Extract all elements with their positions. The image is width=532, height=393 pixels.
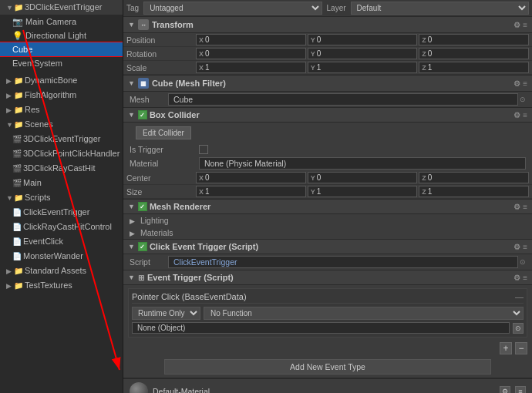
- is-trigger-row: Is Trigger: [123, 143, 532, 156]
- box-collider-menu[interactable]: ≡: [523, 111, 527, 119]
- lighting-section[interactable]: ▶ Lighting: [123, 214, 532, 227]
- position-x-field[interactable]: X0: [196, 34, 306, 45]
- tree-item-fishalgorithm[interactable]: ▶📁FishAlgorithm: [0, 88, 123, 102]
- position-y-field[interactable]: Y0: [308, 34, 418, 45]
- remove-event-row-btn[interactable]: −: [515, 342, 527, 354]
- click-trigger-script-value[interactable]: ClickEventTrigger: [168, 256, 518, 268]
- mesh-value[interactable]: Cube: [168, 93, 518, 106]
- tree-item-scene-3dclick[interactable]: 🎬3DClickEventTrigger: [0, 132, 123, 146]
- center-row: Center X0 Y0 Z0: [123, 171, 532, 185]
- tree-item-eventsystem[interactable]: EventSystem: [0, 56, 123, 70]
- event-object-box[interactable]: None (Object): [132, 322, 510, 334]
- center-x[interactable]: X0: [196, 172, 306, 183]
- tree-item-testtextures[interactable]: ▶📁TestTextures: [0, 278, 123, 293]
- tree-item-scene-point[interactable]: 🎬3DClickPointClickHandler: [0, 146, 123, 161]
- center-y[interactable]: Y0: [308, 172, 418, 183]
- center-z[interactable]: Z0: [419, 172, 529, 183]
- event-trigger-gear[interactable]: ⚙: [513, 274, 520, 282]
- is-trigger-checkbox[interactable]: [199, 145, 208, 154]
- click-event-trigger-title: Click Event Trigger (Script): [150, 242, 258, 251]
- mesh-renderer-title: Mesh Renderer: [150, 202, 210, 211]
- position-label: Position: [126, 35, 196, 45]
- size-x[interactable]: X1: [196, 186, 306, 197]
- box-collider-gear[interactable]: ⚙: [513, 111, 520, 119]
- tree-item-directionallight[interactable]: 💡 Directional Light: [0, 29, 123, 42]
- material-name: Default-Material: [153, 387, 495, 393]
- runtime-only-select[interactable]: Runtime Only: [132, 307, 200, 320]
- mesh-renderer-header: ▼ ✓ Mesh Renderer ⚙ ≡: [123, 200, 532, 214]
- rotation-x-field[interactable]: X0: [196, 48, 306, 59]
- script-select-icon[interactable]: ⊙: [520, 258, 526, 266]
- tree-item-maincamera[interactable]: 📷 Main Camera: [0, 15, 123, 29]
- no-function-select[interactable]: No Function: [204, 307, 524, 320]
- click-trigger-enabled[interactable]: ✓: [138, 242, 147, 251]
- material-menu[interactable]: ≡: [515, 386, 526, 393]
- hierarchy-panel: ▼📁3DClickEventTrigger 📷 Main Camera 💡 Di…: [0, 0, 123, 393]
- tree-item-standardassets[interactable]: ▶📁Standard Assets: [0, 264, 123, 278]
- center-label: Center: [126, 173, 196, 183]
- material-sphere-preview: [130, 382, 148, 393]
- mesh-filter-icon: ▦: [138, 78, 149, 89]
- click-trigger-menu[interactable]: ≡: [523, 243, 527, 251]
- pointer-click-remove[interactable]: —: [515, 292, 524, 301]
- click-event-trigger-component: ▼ ✓ Click Event Trigger (Script) ⚙ ≡ Scr…: [123, 240, 532, 270]
- is-trigger-label: Is Trigger: [130, 145, 199, 154]
- material-gear[interactable]: ⚙: [500, 386, 510, 393]
- mesh-select-icon[interactable]: ⊙: [520, 96, 526, 103]
- layer-label: Layer: [327, 4, 346, 12]
- edit-collider-row: Edit Collider: [123, 123, 532, 143]
- click-trigger-script-row: Script ClickEventTrigger ⊙: [123, 254, 532, 270]
- event-object-select-btn[interactable]: ⊙: [513, 323, 524, 334]
- transform-title: Transform: [152, 20, 194, 29]
- scale-x-field[interactable]: X1: [196, 62, 306, 73]
- mesh-renderer-menu[interactable]: ≡: [523, 203, 527, 211]
- tree-item-scenes[interactable]: ▼📁Scenes: [0, 117, 123, 132]
- tree-item-script-monsterwander[interactable]: 📄MonsterWander: [0, 249, 123, 264]
- collider-material-row: Material None (Physic Material): [123, 156, 532, 171]
- tree-item-scene-raycast[interactable]: 🎬3DClickRayCastHit: [0, 161, 123, 176]
- size-y[interactable]: Y1: [308, 186, 418, 197]
- event-trigger-symbol: ⊞: [138, 274, 144, 282]
- tag-label: Tag: [126, 4, 139, 12]
- tag-select[interactable]: Untagged: [143, 2, 322, 15]
- mesh-filter-component: ▼ ▦ Cube (Mesh Filter) ⚙ ≡ Mesh Cube ⊙: [123, 76, 532, 108]
- tree-item-res[interactable]: ▶📁Res: [0, 102, 123, 117]
- tree-item-dynamicbone[interactable]: ▶📁DynamicBone: [0, 73, 123, 88]
- tree-item-script-raycast[interactable]: 📄ClickRayCastHitControl: [0, 220, 123, 234]
- mesh-renderer-enabled[interactable]: ✓: [138, 202, 147, 211]
- mesh-filter-gear[interactable]: ⚙: [513, 79, 520, 88]
- scale-z-field[interactable]: Z1: [419, 62, 529, 73]
- transform-gear[interactable]: ⚙: [513, 21, 520, 29]
- materials-section[interactable]: ▶ Materials: [123, 227, 532, 239]
- rotation-y-field[interactable]: Y0: [308, 48, 418, 59]
- box-collider-enabled[interactable]: ✓: [138, 110, 147, 119]
- edit-collider-button[interactable]: Edit Collider: [136, 126, 191, 139]
- size-z[interactable]: Z1: [419, 186, 529, 197]
- event-trigger-menu[interactable]: ≡: [523, 274, 527, 282]
- tree-item-cube[interactable]: Cube: [0, 42, 123, 56]
- click-event-trigger-header: ▼ ✓ Click Event Trigger (Script) ⚙ ≡: [123, 240, 532, 254]
- add-new-event-type-button[interactable]: Add New Event Type: [164, 359, 491, 375]
- default-material-row: Default-Material ⚙ ≡: [123, 378, 532, 393]
- position-values: X0 Y0 Z0: [196, 34, 529, 45]
- camera-icon: 📷: [12, 17, 23, 26]
- tree-item-script-clickevent[interactable]: 📄ClickEventTrigger: [0, 205, 123, 220]
- tree-item-scripts[interactable]: ▼📁Scripts: [0, 190, 123, 205]
- layer-select[interactable]: Default: [351, 2, 529, 15]
- mesh-filter-title: Cube (Mesh Filter): [152, 79, 226, 88]
- collider-material-value[interactable]: None (Physic Material): [199, 157, 526, 170]
- click-trigger-gear[interactable]: ⚙: [513, 243, 520, 251]
- tree-item-script-eventclick[interactable]: 📄EventClick: [0, 234, 123, 249]
- tree-item-3dclickeventtrigger[interactable]: ▼📁3DClickEventTrigger: [0, 0, 123, 15]
- size-row: Size X1 Y1 Z1: [123, 185, 532, 199]
- transform-header: ▼ ↔ Transform ⚙ ≡: [123, 17, 532, 33]
- transform-component: ▼ ↔ Transform ⚙ ≡ Position X0 Y0 Z0 Rota…: [123, 17, 532, 76]
- add-event-row-btn[interactable]: +: [500, 342, 512, 354]
- scale-y-field[interactable]: Y1: [308, 62, 418, 73]
- mesh-renderer-gear[interactable]: ⚙: [513, 203, 520, 211]
- tree-item-scene-main[interactable]: 🎬Main: [0, 176, 123, 190]
- rotation-z-field[interactable]: Z0: [419, 48, 529, 59]
- position-z-field[interactable]: Z0: [419, 34, 529, 45]
- mesh-filter-menu[interactable]: ≡: [523, 79, 527, 88]
- transform-menu[interactable]: ≡: [523, 21, 527, 29]
